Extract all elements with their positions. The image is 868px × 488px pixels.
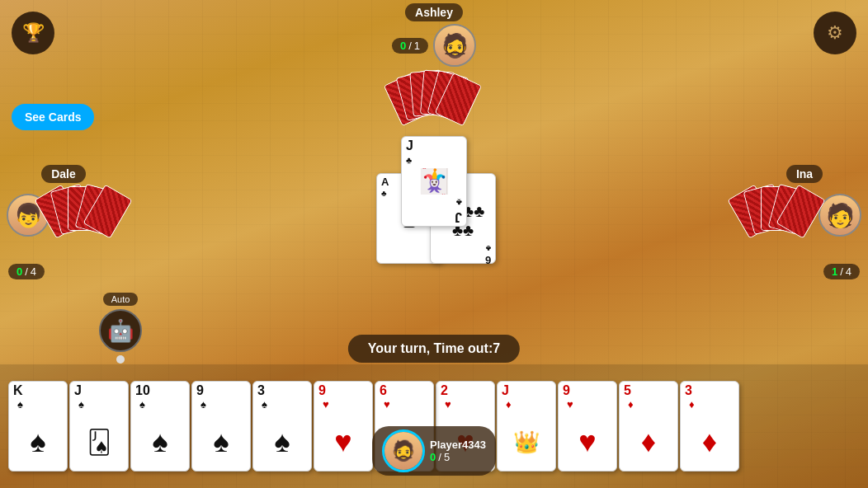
hand-card-9-spades[interactable]: 9♠ ♠ (191, 381, 251, 472)
player-right-cards (748, 186, 814, 244)
player-right-avatar: 🧑 (818, 194, 861, 237)
player-left-info: Dale 👦 (7, 165, 120, 244)
player-top-cards (397, 71, 471, 116)
game-table: 🏆 ⚙ See Cards Ashley 0 / 1 🧔 (0, 0, 868, 488)
hand-card-10-spades[interactable]: 10♠ ♠ (130, 381, 190, 472)
settings-button[interactable]: ⚙ (814, 12, 856, 54)
player-bottom-name: Player4343 (430, 439, 486, 451)
hand-card-5-diamonds[interactable]: 5♦ ♦ (619, 381, 678, 472)
player-bottom-score: 0 / 5 (430, 451, 450, 463)
hand-card-j-diamonds[interactable]: J♦ 👑 (497, 381, 556, 472)
auto-section: Auto 🤖 (99, 293, 142, 364)
player-top-name: Ashley (405, 3, 463, 21)
hand-card-9-hearts[interactable]: 9♥ ♥ (314, 381, 373, 472)
settings-icon: ⚙ (827, 22, 843, 44)
hand-card-3-spades[interactable]: 3♠ ♠ (252, 381, 312, 472)
see-cards-button[interactable]: See Cards (12, 104, 94, 130)
trophy-button[interactable]: 🏆 (12, 12, 54, 54)
play-area: J♣ 🃏 J♣ A♣ ♣ A♣ 6♣ ♣♣♣♣♣♣ 6♣ (318, 128, 550, 293)
player-bottom-avatar: 🧔 (382, 429, 425, 472)
hand-card-j-spades[interactable]: J♠ 🂫 (69, 381, 129, 472)
player-left-cards (54, 186, 120, 244)
trophy-icon: 🏆 (22, 22, 45, 44)
hand-card-3-diamonds[interactable]: 3♦ ♦ (680, 381, 739, 472)
player-top-info: Ashley 0 / 1 🧔 (392, 3, 476, 116)
auto-button[interactable]: 🤖 (99, 309, 142, 352)
player-right-name: Ina (786, 165, 823, 183)
player-right-score: 1 / 4 (823, 264, 860, 279)
center-card-jack: J♣ 🃏 J♣ (401, 136, 467, 227)
player-left-name: Dale (41, 165, 86, 183)
player-right-info: Ina 🧑 (748, 165, 861, 244)
hand-card-9-hearts-2[interactable]: 9♥ ♥ (558, 381, 617, 472)
player-top-score: 0 / 1 (392, 38, 428, 54)
player-top-avatar: 🧔 (433, 24, 476, 67)
hand-card-k-spades[interactable]: K♠ ♠ (8, 381, 68, 472)
auto-label: Auto (103, 293, 139, 306)
auto-indicator (116, 355, 125, 364)
player-left-score: 0 / 4 (8, 264, 45, 279)
status-bar: Your turn, Time out:7 (348, 335, 520, 363)
player-bottom-info: 🧔 Player4343 0 / 5 (372, 430, 496, 480)
